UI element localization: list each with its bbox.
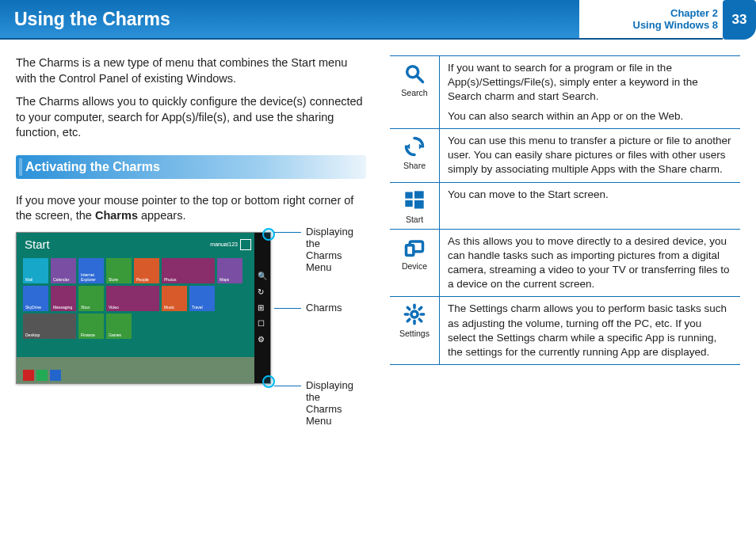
start-tiles-grid: MailCalendarInternet ExplorerStorePeople… [23,258,246,339]
charm-row-search: SearchIf you want to search for a progra… [390,56,740,128]
svg-rect-6 [405,200,412,207]
start-tile: Store [106,258,132,283]
hotspot-marker-bottom [262,375,275,388]
charm-desc-text: As this allows you to move directly to a… [448,234,732,292]
search-icon: 🔍 [258,272,267,281]
intro-paragraph-1: The Charms is a new type of menu that co… [16,55,366,86]
svg-point-10 [411,311,418,317]
screenshot-figure: Start manual123 MailCalendarInternet Exp… [16,232,366,384]
callout-bot: Displaying the Charms Menu [274,379,353,427]
start-tile: Maps [217,258,242,283]
svg-line-1 [418,77,423,82]
start-screen-title: Start [25,238,50,251]
charm-desc-text: You can use this menu to transfer a pict… [448,134,732,177]
charms-table: SearchIf you want to search for a progra… [390,55,740,365]
start-tile: Mail [23,258,48,283]
start-tile: Messaging [51,286,76,311]
callout-mid: Charms [274,302,342,314]
start-screen-user: manual123 [210,239,251,250]
start-tile: People [134,258,159,283]
callout-top: Displaying the Charms Menu [274,226,353,273]
charm-row-start: StartYou can move to the Start screen. [390,182,740,229]
devices-icon: ☐ [258,319,267,329]
start-tile: Video [106,286,159,311]
start-tile: Finance [78,314,104,339]
figure-callouts: Displaying the Charms Menu Charms Displa… [274,232,353,382]
start-tile: Internet Explorer [78,258,104,283]
page-title: Using the Charms [14,9,170,30]
charm-desc-text: If you want to search for a program or f… [448,61,732,105]
chapter-block: Chapter 2 Using Windows 8 [579,0,723,40]
intro-paragraph-2: The Charms allows you to quickly configu… [16,94,366,141]
charm-desc-cell: You can move to the Start screen. [440,183,740,229]
start-icon [403,189,426,211]
charm-desc-cell: If you want to search for a program or f… [440,56,740,128]
charm-icon-cell: Settings [390,297,440,364]
charm-row-share: ShareYou can use this menu to transfer a… [390,128,740,182]
left-column: The Charms is a new type of menu that co… [16,55,366,384]
charm-desc-text: You can also search within an App or on … [448,109,732,124]
charm-desc-cell: As this allows you to move directly to a… [440,230,740,297]
charm-desc-cell: The Settings charm allows you to perform… [440,297,740,364]
chapter-line-2: Using Windows 8 [579,19,718,31]
charm-desc-cell: You can use this menu to transfer a pict… [440,129,740,182]
start-icon: ⊞ [258,303,267,313]
charm-desc-text: The Settings charm allows you to perform… [448,302,732,359]
section-paragraph: If you move your mouse pointer to the to… [16,193,366,224]
charm-name-label: Start [406,215,423,224]
svg-rect-4 [405,192,412,198]
page-number: 33 [732,12,747,28]
start-tile: Games [106,314,132,339]
settings-icon [403,303,426,325]
charm-name-label: Device [402,261,427,271]
page-number-badge: 33 [723,0,756,40]
charm-row-settings: SettingsThe Settings charm allows you to… [390,296,740,364]
svg-line-16 [419,320,422,322]
svg-rect-7 [414,200,424,209]
charm-row-device: DeviceAs this allows you to move directl… [390,229,740,297]
device-icon [403,236,426,258]
section-heading: Activating the Charms [16,155,366,179]
charm-name-label: Settings [399,329,430,338]
page-title-band: Using the Charms [0,0,579,40]
hotspot-marker-top [262,228,275,241]
start-tile: Travel [189,286,215,311]
start-tile: Desktop [23,314,76,339]
charm-icon-cell: Share [390,129,440,182]
right-column: SearchIf you want to search for a progra… [390,55,740,384]
share-icon: ↻ [258,287,267,297]
charm-name-label: Share [403,161,426,170]
start-tile: Music [162,286,187,311]
charm-icon-cell: Search [390,56,440,128]
svg-rect-9 [407,245,414,255]
svg-line-17 [407,320,410,322]
search-icon [403,63,426,85]
mini-tile [23,370,34,381]
svg-rect-5 [414,191,424,198]
settings-icon: ⚙ [258,335,267,344]
start-tile: Calendar [51,258,76,283]
start-tile: Photos [162,258,215,283]
share-icon [403,135,426,158]
svg-line-15 [407,308,410,310]
charm-name-label: Search [401,88,427,97]
mini-tile [36,370,48,381]
chapter-line-1: Chapter 2 [579,7,718,19]
charm-desc-text: You can move to the Start screen. [448,188,732,202]
charm-icon-cell: Device [390,230,440,297]
charms-bar: 🔍 ↻ ⊞ ☐ ⚙ [254,233,270,383]
start-tile: Xbox [78,286,104,311]
page-header: Using the Charms Chapter 2 Using Windows… [0,0,756,40]
start-tile: SkyDrive [23,286,48,311]
charm-icon-cell: Start [390,183,440,229]
start-bottom-strip [17,357,270,383]
svg-line-18 [419,308,422,310]
start-screen-mock: Start manual123 MailCalendarInternet Exp… [16,232,271,384]
mini-tile [50,370,61,381]
